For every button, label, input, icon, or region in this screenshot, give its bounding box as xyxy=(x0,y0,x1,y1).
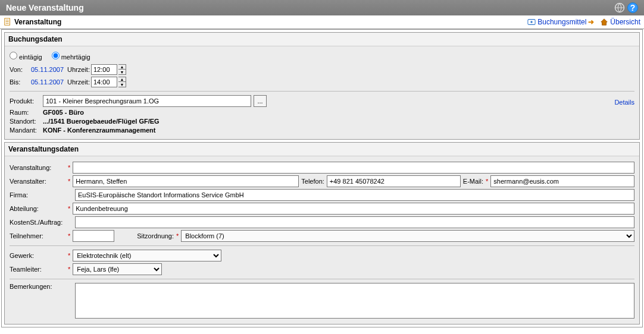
required-marker: * xyxy=(68,232,70,240)
svg-rect-2 xyxy=(6,20,9,21)
telefon-input[interactable] xyxy=(327,175,461,187)
produkt-label: Produkt: xyxy=(10,97,40,105)
von-date-link[interactable]: 05.11.2007 xyxy=(31,66,64,73)
eintaegig-radio[interactable] xyxy=(10,52,17,59)
buchungsdaten-box: Buchungsdaten eintägig mehrtägig Von: 05… xyxy=(4,32,640,140)
eintaegig-radio-label[interactable]: eintägig xyxy=(10,52,42,61)
window-title: Neue Veranstaltung xyxy=(6,3,84,12)
teilnehmer-input[interactable] xyxy=(73,230,114,242)
mandant-label: Mandant: xyxy=(10,127,40,134)
tab-label: Veranstaltung xyxy=(14,18,61,26)
uhrzeit-von-label: Uhrzeit: xyxy=(67,66,90,73)
required-marker: * xyxy=(68,178,70,185)
arrow-right-icon: ➜ xyxy=(588,18,594,26)
document-icon xyxy=(4,18,12,26)
produkt-input[interactable] xyxy=(43,95,251,107)
gewerk-select[interactable]: Elektrotechnik (elt) xyxy=(73,250,221,261)
sitzordnung-label: Sitzordnung: xyxy=(137,232,174,240)
details-link[interactable]: Details xyxy=(612,99,634,106)
section-header: Veranstaltung Buchungsmittel ➜ Übersicht xyxy=(0,15,644,29)
von-label: Von: xyxy=(10,66,27,73)
svg-rect-4 xyxy=(6,23,9,24)
mandant-value: KONF - Konferenzraummanagement xyxy=(43,127,155,134)
standort-label: Standort: xyxy=(10,118,40,125)
standort-value: .../1541 Buerogebaeude/Flügel GF/EG xyxy=(43,118,160,125)
von-time-input[interactable] xyxy=(91,64,117,75)
teilnehmer-label: Teilnehmer: xyxy=(10,232,65,240)
firma-label: Firma: xyxy=(10,191,65,198)
svg-point-6 xyxy=(531,21,533,23)
required-marker: * xyxy=(68,252,70,259)
buchungsmittel-icon xyxy=(527,18,536,26)
veranstaltungsdaten-title: Veranstaltungsdaten xyxy=(5,143,639,156)
globe-icon[interactable] xyxy=(614,2,625,13)
veranstaltung-input[interactable] xyxy=(73,162,634,174)
required-marker: * xyxy=(176,232,179,240)
uhrzeit-bis-label: Uhrzeit: xyxy=(67,78,90,86)
veranstaltung-label: Veranstaltung: xyxy=(10,164,65,171)
produkt-browse-button[interactable]: ... xyxy=(254,95,267,107)
firma-input[interactable] xyxy=(75,189,634,201)
kostenst-input[interactable] xyxy=(75,216,634,228)
spinner-down-icon[interactable]: ▼ xyxy=(118,82,126,87)
gewerk-label: Gewerk: xyxy=(10,252,65,259)
abteilung-label: Abteilung: xyxy=(10,205,65,212)
email-label: E-Mail: xyxy=(463,178,483,185)
von-time-spinner[interactable]: ▲▼ xyxy=(118,64,126,75)
window-title-bar: Neue Veranstaltung ? xyxy=(0,0,644,15)
mehrtaegig-radio-label[interactable]: mehrtägig xyxy=(52,52,90,61)
home-icon xyxy=(600,18,608,26)
veranstalter-label: Veranstalter: xyxy=(10,178,65,185)
spinner-down-icon[interactable]: ▼ xyxy=(118,70,126,74)
teamleiter-select[interactable]: Feja, Lars (lfe) xyxy=(73,263,162,275)
required-marker: * xyxy=(68,205,70,212)
required-marker: * xyxy=(486,178,488,185)
required-marker: * xyxy=(68,266,70,273)
bemerkungen-textarea[interactable] xyxy=(75,283,634,319)
bis-date-link[interactable]: 05.11.2007 xyxy=(31,78,64,86)
bemerkungen-label: Bemerkungen: xyxy=(10,283,65,290)
abteilung-input[interactable] xyxy=(73,203,634,215)
kostenst-label: KostenSt./Auftrag: xyxy=(10,219,65,226)
bis-time-spinner[interactable]: ▲▼ xyxy=(118,77,126,87)
help-icon[interactable]: ? xyxy=(627,2,638,13)
sitzordnung-select[interactable]: Blockform (7) xyxy=(181,230,634,242)
spinner-up-icon[interactable]: ▲ xyxy=(118,77,126,82)
svg-rect-3 xyxy=(6,21,9,22)
veranstalter-input[interactable] xyxy=(73,175,299,187)
bis-time-input[interactable] xyxy=(91,77,117,87)
email-input[interactable] xyxy=(490,175,634,187)
buchungsmittel-link[interactable]: Buchungsmittel ➜ xyxy=(527,18,594,26)
bis-label: Bis: xyxy=(10,78,27,86)
veranstaltungsdaten-box: Veranstaltungsdaten Veranstaltung: * Ver… xyxy=(4,142,640,324)
required-marker: * xyxy=(68,164,70,171)
uebersicht-link[interactable]: Übersicht xyxy=(600,18,640,26)
spinner-up-icon[interactable]: ▲ xyxy=(118,65,126,70)
raum-value: GF005 - Büro xyxy=(43,109,84,116)
buchungsdaten-title: Buchungsdaten xyxy=(5,33,639,46)
raum-label: Raum: xyxy=(10,109,40,116)
teamleiter-label: Teamleiter: xyxy=(10,266,65,273)
telefon-label: Telefon: xyxy=(301,178,324,185)
mehrtaegig-radio[interactable] xyxy=(52,52,60,59)
